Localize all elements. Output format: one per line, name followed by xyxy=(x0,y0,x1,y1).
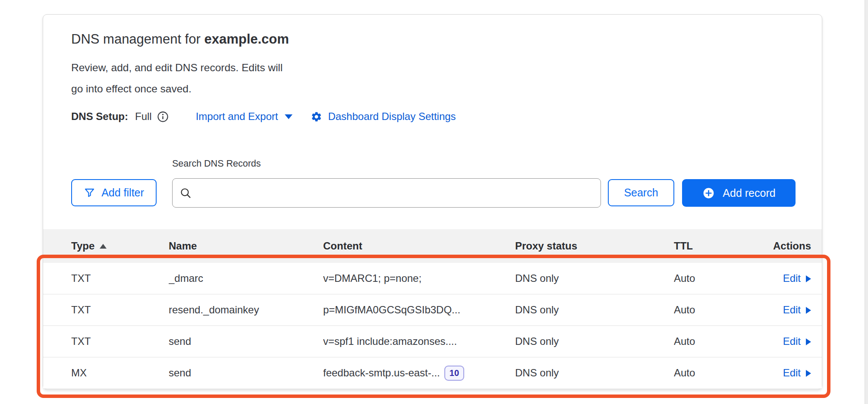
search-input-wrap xyxy=(172,178,601,208)
dns-setup-label: DNS Setup: xyxy=(71,110,128,123)
search-button-label: Search xyxy=(624,186,658,199)
search-input[interactable] xyxy=(172,178,601,208)
table-header-type-label: Type xyxy=(71,240,94,252)
record-ttl: Auto xyxy=(674,335,761,347)
record-type: TXT xyxy=(71,335,169,347)
filter-funnel-icon xyxy=(84,187,95,199)
table-header-type[interactable]: Type xyxy=(71,240,169,252)
edit-label: Edit xyxy=(783,335,801,347)
edit-label: Edit xyxy=(783,272,801,284)
record-type: TXT xyxy=(71,272,169,284)
dns-management-card: DNS management for example.com Review, a… xyxy=(43,14,822,390)
dns-setup-value: Full xyxy=(135,110,152,123)
record-ttl: Auto xyxy=(674,367,761,379)
record-content: v=spf1 include:amazonses.... xyxy=(323,335,515,347)
page-title-domain: example.com xyxy=(204,32,289,47)
add-record-label: Add record xyxy=(723,187,775,199)
edit-record-button[interactable]: Edit xyxy=(783,335,811,347)
plus-circle-icon xyxy=(702,186,715,200)
edit-record-button[interactable]: Edit xyxy=(783,367,811,379)
info-icon[interactable] xyxy=(157,110,169,123)
chevron-right-icon xyxy=(806,307,811,314)
import-export-label: Import and Export xyxy=(196,110,278,123)
table-row: MX send feedback-smtp.us-east-... 10 DNS… xyxy=(43,357,822,389)
sort-ascending-icon xyxy=(100,244,107,249)
table-row: TXT send v=spf1 include:amazonses.... DN… xyxy=(43,326,822,357)
edit-record-button[interactable]: Edit xyxy=(783,304,811,316)
record-content: p=MIGfMA0GCSqGSIb3DQ... xyxy=(323,304,515,316)
record-name: _dmarc xyxy=(169,272,323,284)
import-export-link[interactable]: Import and Export xyxy=(196,110,293,123)
chevron-right-icon xyxy=(806,275,811,282)
table-header-name: Name xyxy=(169,240,323,252)
add-filter-label: Add filter xyxy=(101,186,144,199)
priority-badge: 10 xyxy=(444,366,464,381)
table-header-content: Content xyxy=(323,240,515,252)
table-row: TXT resend._domainkey p=MIGfMA0GCSqGSIb3… xyxy=(43,294,822,326)
table-header-proxy-status: Proxy status xyxy=(515,240,674,252)
record-proxy-status: DNS only xyxy=(515,335,674,347)
dns-setup-row: DNS Setup: Full Import and Export xyxy=(71,107,456,126)
record-content: v=DMARC1; p=none; xyxy=(323,272,515,284)
search-dns-records-label: Search DNS Records xyxy=(172,158,261,169)
record-name: send xyxy=(169,335,323,347)
add-record-button[interactable]: Add record xyxy=(682,179,796,207)
add-filter-button[interactable]: Add filter xyxy=(71,179,157,206)
record-type: MX xyxy=(71,367,169,379)
record-proxy-status: DNS only xyxy=(515,304,674,316)
gear-icon xyxy=(311,111,322,123)
page-description-line2: go into effect once saved. xyxy=(71,78,283,99)
record-name: resend._domainkey xyxy=(169,304,323,316)
record-proxy-status: DNS only xyxy=(515,272,674,284)
record-type: TXT xyxy=(71,304,169,316)
dashboard-display-settings-label: Dashboard Display Settings xyxy=(328,110,456,123)
edit-label: Edit xyxy=(783,304,801,316)
chevron-right-icon xyxy=(806,370,811,377)
table-header-ttl: TTL xyxy=(674,240,761,252)
record-ttl: Auto xyxy=(674,272,761,284)
table-row: TXT _dmarc v=DMARC1; p=none; DNS only Au… xyxy=(43,263,822,294)
record-ttl: Auto xyxy=(674,304,761,316)
page-description-line1: Review, add, and edit DNS records. Edits… xyxy=(71,57,283,78)
record-content-text: feedback-smtp.us-east-... xyxy=(323,367,440,379)
record-proxy-status: DNS only xyxy=(515,367,674,379)
table-header-actions: Actions xyxy=(761,240,811,252)
page-description: Review, add, and edit DNS records. Edits… xyxy=(71,57,283,99)
search-button[interactable]: Search xyxy=(608,179,674,206)
edit-record-button[interactable]: Edit xyxy=(783,272,811,284)
dashboard-display-settings-link[interactable]: Dashboard Display Settings xyxy=(311,110,456,123)
chevron-right-icon xyxy=(806,338,811,345)
page-edge-divider xyxy=(865,0,868,404)
table-header-row: Type Name Content Proxy status TTL Actio… xyxy=(43,229,822,263)
dns-records-table: TXT _dmarc v=DMARC1; p=none; DNS only Au… xyxy=(43,263,822,389)
record-content: feedback-smtp.us-east-... 10 xyxy=(323,366,515,381)
page-title-prefix: DNS management for xyxy=(71,32,204,47)
dns-management-page: DNS management for example.com Review, a… xyxy=(0,0,868,404)
chevron-down-icon xyxy=(285,114,292,119)
page-title: DNS management for example.com xyxy=(71,30,289,48)
record-name: send xyxy=(169,367,323,379)
edit-label: Edit xyxy=(783,367,801,379)
